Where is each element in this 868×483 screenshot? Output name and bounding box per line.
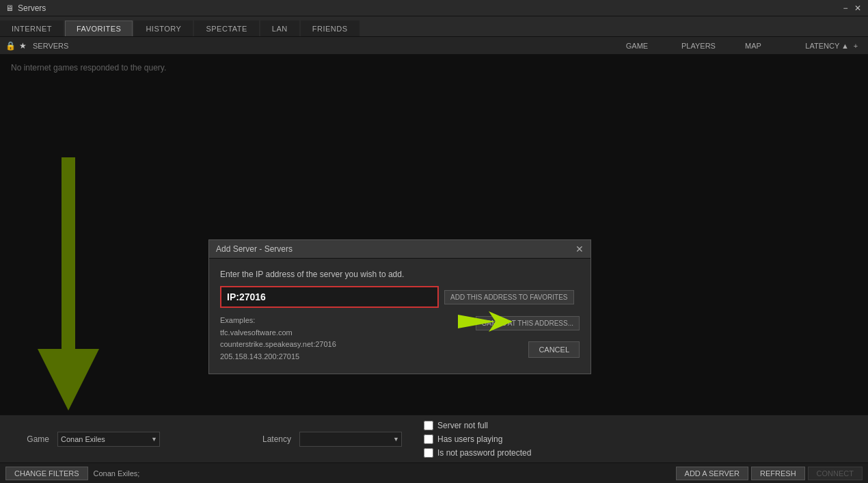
dialog-titlebar: Add Server - Servers ✕ (209, 240, 591, 259)
minimize-button[interactable]: − (841, 3, 850, 13)
server-not-full-checkbox[interactable] (424, 421, 433, 430)
col-add-header[interactable]: + (849, 42, 863, 50)
action-bar: CHANGE FILTERS Conan Exiles; ADD A SERVE… (0, 462, 868, 483)
title-bar-title: Servers (18, 3, 46, 13)
tab-spectate[interactable]: SPECTATE (194, 21, 258, 36)
action-bar-left: CHANGE FILTERS Conan Exiles; (5, 467, 139, 480)
dialog-input-row: ADD THIS ADDRESS TO FAVORITES (220, 286, 580, 308)
examples-text: Examples: tfc.valvesoftware.com counters… (220, 315, 336, 363)
game-select-wrapper: Conan Exiles ▼ (57, 432, 160, 447)
tab-lan[interactable]: LAN (260, 21, 299, 36)
title-bar-controls: − ✕ (841, 3, 863, 13)
title-bar: 🖥 Servers − ✕ (0, 0, 868, 16)
checkbox-group: Server not full Has users playing Is not… (424, 421, 531, 458)
action-bar-right: ADD A SERVER REFRESH CONNECT (676, 467, 863, 480)
latency-select-wrapper: ▼ (299, 432, 402, 447)
tab-friends[interactable]: FRIENDS (301, 21, 360, 36)
game-select[interactable]: Conan Exiles (57, 432, 160, 447)
latency-filter-label: Latency (250, 434, 291, 444)
has-users-playing-checkbox[interactable] (424, 434, 433, 444)
server-not-full-checkbox-label[interactable]: Server not full (424, 421, 531, 430)
add-to-favorites-button[interactable]: ADD THIS ADDRESS TO FAVORITES (444, 290, 574, 304)
ip-address-input[interactable] (220, 286, 439, 308)
modal-overlay: Add Server - Servers ✕ Enter the IP addr… (0, 55, 868, 415)
title-bar-left: 🖥 Servers (5, 3, 46, 13)
column-headers: 🔒 ★ SERVERS GAME PLAYERS MAP LATENCY ▲ + (0, 37, 868, 55)
tab-favorites[interactable]: FAVORITES (65, 21, 133, 36)
close-button[interactable]: ✕ (853, 3, 863, 13)
add-server-dialog: Add Server - Servers ✕ Enter the IP addr… (208, 239, 591, 374)
col-latency-header[interactable]: LATENCY ▲ (781, 42, 849, 50)
dialog-close-button[interactable]: ✕ (575, 244, 584, 254)
find-games-button[interactable]: GAMES AT THIS ADDRESS... (476, 316, 580, 330)
latency-select[interactable] (299, 432, 402, 447)
tab-history[interactable]: HISTORY (134, 21, 193, 36)
col-fav: ★ (19, 41, 33, 51)
dialog-examples-row: Examples: tfc.valvesoftware.com counters… (220, 315, 580, 363)
col-lock: 🔒 (5, 41, 19, 51)
tab-internet[interactable]: INTERNET (0, 21, 64, 36)
has-users-playing-checkbox-label[interactable]: Has users playing (424, 434, 531, 444)
cancel-button[interactable]: CANCEL (528, 341, 580, 358)
add-a-server-button[interactable]: ADD A SERVER (676, 467, 749, 480)
col-map-header[interactable]: MAP (726, 42, 781, 50)
dialog-instruction: Enter the IP address of the server you w… (220, 270, 580, 279)
server-list-area: No internet games responded to the query… (0, 55, 868, 415)
col-game-header[interactable]: GAME (603, 42, 671, 50)
col-servers-header: SERVERS (33, 42, 603, 50)
game-filter-label: Game (8, 434, 49, 444)
refresh-button[interactable]: REFRESH (751, 467, 805, 480)
not-password-protected-checkbox-label[interactable]: Is not password protected (424, 448, 531, 458)
tab-bar: INTERNET FAVORITES HISTORY SPECTATE LAN … (0, 16, 868, 37)
col-players-header[interactable]: PLAYERS (671, 42, 726, 50)
not-password-protected-checkbox[interactable] (424, 448, 433, 458)
app-container: 🖥 Servers − ✕ INTERNET FAVORITES HISTORY… (0, 0, 868, 483)
filter-summary: Conan Exiles; (94, 469, 140, 478)
connect-button[interactable]: CONNECT (808, 467, 863, 480)
filter-row-1: Game Conan Exiles ▼ Latency ▼ Server not… (8, 421, 860, 458)
dialog-body: Enter the IP address of the server you w… (209, 259, 591, 374)
dialog-title: Add Server - Servers (216, 244, 293, 254)
change-filters-button[interactable]: CHANGE FILTERS (5, 467, 88, 480)
title-bar-icon: 🖥 (5, 3, 14, 13)
